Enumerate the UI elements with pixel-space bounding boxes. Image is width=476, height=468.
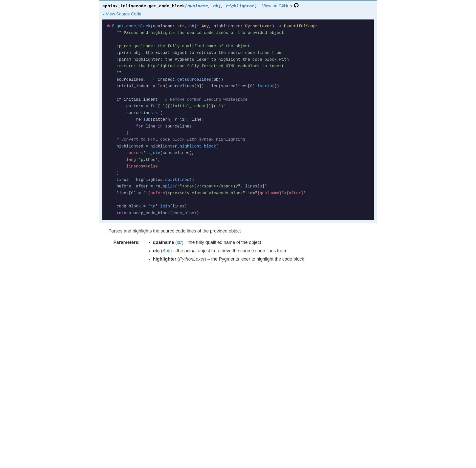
param-type-link[interactable]: Any (163, 248, 170, 253)
doc-body: Parses and highlights the source code li… (99, 223, 377, 264)
disclosure-triangle-icon: ▼ (102, 13, 105, 16)
param-desc: the Pygments lexer to highlight the code… (211, 257, 304, 262)
param-desc: the actual object to retrieve the source… (177, 248, 286, 253)
github-icon (294, 3, 299, 10)
view-on-github-link[interactable]: View on GitHub (262, 3, 299, 9)
close-paren: ) (254, 4, 257, 9)
signature-params: qualname, obj, highlighter (187, 4, 254, 9)
param-desc: the fully qualified name of the object (189, 240, 261, 245)
parameters-list: qualname (str) – the fully qualified nam… (148, 239, 377, 264)
view-source-label: View Source Code (106, 12, 141, 16)
param-item: highlighter (PythonLexer) – the Pygments… (153, 256, 377, 263)
doc-summary: Parses and highlights the source code li… (108, 228, 377, 235)
source-code-block: def get_code_block(qualname: str, obj: A… (102, 19, 374, 220)
parameters-block: Parameters: qualname (str) – the fully q… (108, 239, 377, 264)
param-type-link[interactable]: str (177, 240, 182, 245)
parameters-label: Parameters: (108, 239, 144, 264)
param-type: PythonLexer (179, 257, 205, 262)
view-source-toggle[interactable]: ▼View Source Code (102, 12, 141, 16)
param-name: qualname (153, 240, 174, 245)
function-signature: sphinx_inlinecode.get_code_block(qualnam… (99, 0, 377, 10)
param-item: qualname (str) – the fully qualified nam… (153, 239, 377, 246)
param-name: highlighter (153, 257, 176, 262)
param-item: obj (Any) – the actual object to retriev… (153, 247, 377, 254)
module-prefix: sphinx_inlinecode. (102, 4, 149, 9)
github-link-label: View on GitHub (262, 4, 292, 8)
function-name: get_code_block (149, 4, 185, 9)
open-paren: ( (185, 4, 187, 9)
param-name: obj (153, 248, 160, 253)
source-code-container: def get_code_block(qualname: str, obj: A… (99, 19, 377, 223)
view-source-row: ▼View Source Code (99, 10, 377, 19)
